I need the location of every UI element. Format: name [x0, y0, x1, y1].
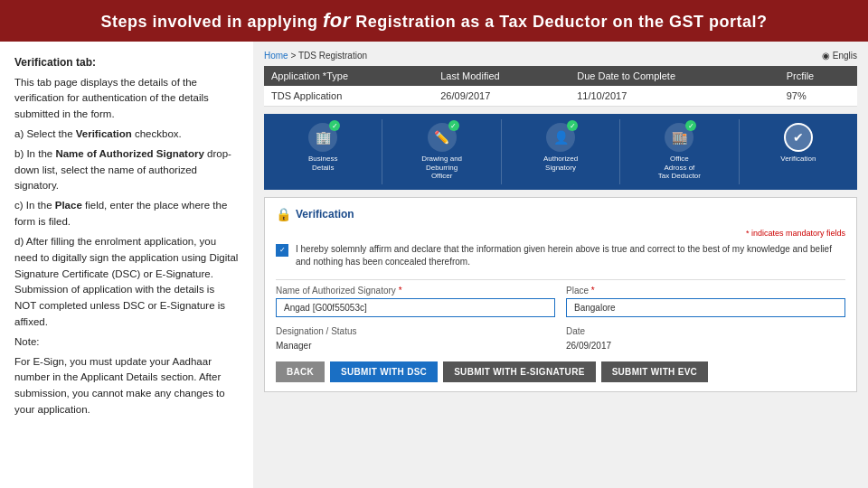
- step-check-drawing: ✓: [448, 120, 459, 131]
- verification-bold: Verification: [76, 128, 132, 139]
- step-label-office: OfficeAdross ofTax Deductor: [658, 155, 701, 181]
- breadcrumb-current: TDS Registration: [298, 51, 367, 61]
- label-date: Date: [566, 326, 845, 336]
- value-designation: Manager: [276, 339, 555, 352]
- form-row-designation-date: Designation / Status Manager Date 26/09/…: [276, 326, 845, 352]
- value-date: 26/09/2017: [566, 339, 845, 352]
- checkbox-text: I hereby solemnly affirm and declare tha…: [296, 243, 845, 268]
- submit-exc-button[interactable]: SUBMIT WITH EVC: [601, 361, 709, 382]
- step-icon-office: 🏬 ✓: [665, 123, 693, 152]
- header-title-part1: Steps involved in applying: [100, 13, 323, 31]
- form-group-place: Place *: [566, 286, 845, 317]
- header-title-part2: Registration as a Tax Deductor on the GS…: [351, 13, 768, 31]
- name-bold: Name of Authorized Signatory: [55, 148, 203, 159]
- step-icon-drawing: ✏️ ✓: [428, 123, 457, 152]
- verification-section: 🔒 Verification * indicates mandatory fie…: [264, 197, 857, 392]
- submit-esign-button[interactable]: SUBMIT WITH E-SIGNATURE: [443, 361, 595, 382]
- required-note: * indicates mandatory fields: [276, 229, 845, 238]
- left-text-1: This tab page displays the details of th…: [14, 75, 239, 123]
- table-header-type: Application *Type: [264, 66, 433, 86]
- step-label-authorized: AuthorizedSignatory: [543, 155, 578, 172]
- page-header: Steps involved in applying for Registrat…: [0, 0, 868, 42]
- form-row-signatory-place: Name of Authorized Signatory * Place *: [276, 286, 845, 317]
- form-group-designation: Designation / Status Manager: [276, 326, 555, 352]
- left-panel: Verification tab: This tab page displays…: [0, 42, 253, 488]
- left-text-3: b) In the Name of Authorized Signatory d…: [14, 146, 239, 194]
- verification-checkbox[interactable]: ✓: [276, 244, 288, 257]
- header-title-for: for: [323, 9, 351, 32]
- main-content: Verification tab: This tab page displays…: [0, 42, 868, 488]
- breadcrumb-home[interactable]: Home: [264, 51, 288, 61]
- left-text-note: For E-Sign, you must update your Aadhaar…: [14, 354, 239, 418]
- step-icon-business: 🏢 ✓: [308, 123, 337, 152]
- form-group-signatory: Name of Authorized Signatory *: [276, 286, 555, 317]
- section-title: Verification: [296, 208, 354, 221]
- left-text-5: d) After filling the enrolment applicati…: [14, 234, 239, 331]
- step-verification[interactable]: ✔ Verification: [740, 119, 857, 184]
- left-text-note-label: Note:: [14, 334, 239, 351]
- table-header-profile: Prcfile: [779, 66, 857, 86]
- steps-row: 🏢 ✓ BusinessDetails ✏️ ✓ Drawing andDebu…: [264, 114, 857, 190]
- label-signatory: Name of Authorized Signatory *: [276, 286, 555, 296]
- left-text-2: a) Select the Verification checkbox.: [14, 127, 239, 143]
- table-header-due: Due Date to Complete: [570, 66, 778, 86]
- buttons-row: BACK SUBMIT WITH DSC SUBMIT WITH E-SIGNA…: [276, 361, 845, 382]
- label-place: Place *: [566, 286, 845, 296]
- step-label-business: BusinessDetails: [308, 155, 337, 172]
- language-selector[interactable]: ◉ Englis: [822, 51, 857, 61]
- application-table: Application *Type Last Modified Due Date…: [264, 66, 857, 107]
- submit-dsc-button[interactable]: SUBMIT WITH DSC: [330, 361, 438, 382]
- table-cell-type: TDS Application: [264, 86, 433, 107]
- form-group-date: Date 26/09/2017: [566, 326, 845, 352]
- place-bold: Place: [55, 200, 82, 211]
- table-cell-due: 11/10/2017: [570, 86, 778, 107]
- step-icon-authorized: 👤 ✓: [546, 123, 575, 152]
- table-cell-profile: 97%: [779, 86, 857, 107]
- step-office[interactable]: 🏬 ✓ OfficeAdross ofTax Deductor: [620, 119, 739, 184]
- step-check-office: ✓: [685, 120, 696, 131]
- lock-icon: 🔒: [276, 207, 291, 221]
- step-business-details[interactable]: 🏢 ✓ BusinessDetails: [264, 119, 382, 184]
- input-place[interactable]: [566, 298, 845, 317]
- verification-section-header: 🔒 Verification: [276, 207, 845, 221]
- table-header-modified: Last Modified: [433, 66, 570, 86]
- right-panel: Home > TDS Registration ◉ Englis Applica…: [253, 42, 868, 488]
- step-label-drawing: Drawing andDeburringOfficer: [421, 155, 462, 181]
- breadcrumb: Home > TDS Registration ◉ Englis: [264, 51, 857, 61]
- step-drawing[interactable]: ✏️ ✓ Drawing andDeburringOfficer: [382, 119, 501, 184]
- table-cell-modified: 26/09/2017: [433, 86, 570, 107]
- back-button[interactable]: BACK: [276, 361, 325, 382]
- step-icon-verification: ✔: [784, 123, 813, 152]
- input-signatory[interactable]: [276, 298, 555, 317]
- step-check-authorized: ✓: [567, 120, 578, 131]
- left-text-4: c) In the Place field, enter the place w…: [14, 198, 239, 230]
- breadcrumb-separator: >: [290, 51, 297, 61]
- label-designation: Designation / Status: [276, 326, 555, 336]
- step-check-business: ✓: [329, 120, 340, 131]
- tab-title: Verification tab:: [14, 54, 239, 71]
- checkbox-row: ✓ I hereby solemnly affirm and declare t…: [276, 243, 845, 268]
- step-authorized[interactable]: 👤 ✓ AuthorizedSignatory: [502, 119, 620, 184]
- table-row: TDS Application 26/09/2017 11/10/2017 97…: [264, 86, 857, 107]
- step-label-verification: Verification: [780, 155, 816, 164]
